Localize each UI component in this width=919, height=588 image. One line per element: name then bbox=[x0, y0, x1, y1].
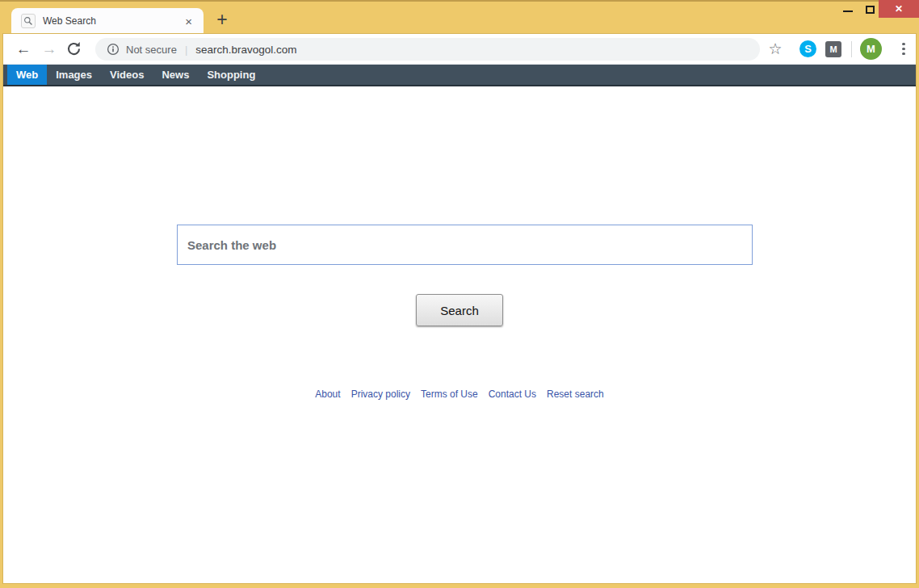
bookmark-star-icon[interactable]: ☆ bbox=[765, 34, 786, 64]
tab-title: Web Search bbox=[43, 15, 182, 27]
toolbar-divider bbox=[851, 41, 852, 57]
menu-kebab-icon[interactable] bbox=[894, 34, 913, 64]
security-label: Not secure bbox=[126, 44, 177, 56]
link-contact-us[interactable]: Contact Us bbox=[489, 388, 536, 400]
m-extension-icon[interactable]: M bbox=[825, 41, 841, 57]
link-terms-of-use[interactable]: Terms of Use bbox=[421, 388, 478, 400]
close-icon: ✕ bbox=[895, 3, 903, 15]
page-content: Search About Privacy policy Terms of Use… bbox=[3, 86, 916, 583]
nav-item-images[interactable]: Images bbox=[47, 65, 101, 85]
title-bar: Web Search × + ✕ bbox=[0, 0, 919, 34]
tab-close-icon[interactable]: × bbox=[182, 14, 195, 29]
reload-button[interactable] bbox=[65, 40, 82, 57]
forward-button[interactable]: → bbox=[39, 34, 60, 64]
new-tab-button[interactable]: + bbox=[211, 8, 233, 31]
close-button[interactable]: ✕ bbox=[879, 0, 919, 18]
search-button[interactable]: Search bbox=[416, 294, 503, 326]
minimize-icon bbox=[843, 10, 853, 12]
browser-toolbar: ← → Not secure | search.bravo bbox=[3, 34, 916, 65]
address-bar[interactable]: Not secure | search.bravogol.com bbox=[95, 38, 760, 61]
site-nav: Web Images Videos News Shopping bbox=[3, 65, 916, 86]
nav-item-videos[interactable]: Videos bbox=[101, 65, 153, 85]
nav-item-web[interactable]: Web bbox=[7, 65, 47, 85]
nav-item-shopping[interactable]: Shopping bbox=[198, 65, 264, 85]
minimize-button[interactable] bbox=[837, 0, 859, 18]
magnifier-favicon-icon bbox=[21, 14, 36, 28]
link-privacy-policy[interactable]: Privacy policy bbox=[351, 388, 410, 400]
url-text: search.bravogol.com bbox=[195, 44, 296, 56]
back-button[interactable]: ← bbox=[13, 34, 34, 64]
search-input[interactable] bbox=[177, 225, 753, 265]
omnibox-separator: | bbox=[185, 44, 187, 56]
footer-links: About Privacy policy Terms of Use Contac… bbox=[3, 388, 916, 400]
browser-tab[interactable]: Web Search × bbox=[11, 8, 204, 34]
browser-window: Web Search × + ✕ ← → bbox=[0, 0, 919, 588]
profile-avatar[interactable]: M bbox=[860, 38, 882, 60]
maximize-button[interactable] bbox=[859, 0, 880, 18]
nav-item-news[interactable]: News bbox=[153, 65, 198, 85]
info-icon[interactable] bbox=[107, 43, 120, 56]
chrome-body: ← → Not secure | search.bravo bbox=[3, 34, 916, 583]
link-about[interactable]: About bbox=[315, 388, 340, 400]
maximize-icon bbox=[866, 6, 875, 14]
link-reset-search[interactable]: Reset search bbox=[547, 388, 604, 400]
skype-extension-icon[interactable]: S bbox=[799, 40, 816, 57]
